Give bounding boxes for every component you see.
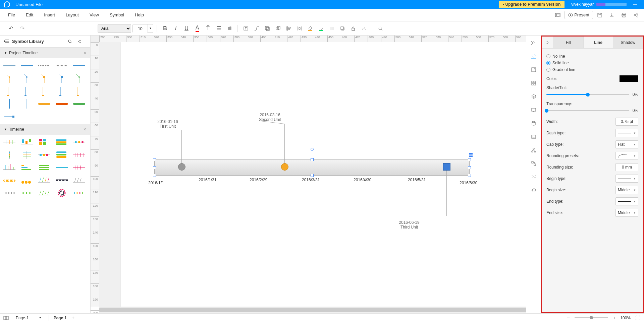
rotation-handle[interactable] [311, 148, 314, 151]
timeline-shape[interactable] [55, 61, 68, 70]
font-color-icon[interactable]: A [193, 24, 202, 33]
timeline-shape[interactable] [55, 163, 68, 172]
link-panel-icon[interactable] [529, 159, 538, 168]
timeline-shape[interactable] [72, 150, 86, 159]
radio-no-line[interactable]: No line [546, 54, 638, 59]
font-family-select[interactable]: Arial [98, 24, 131, 33]
text-case-icon[interactable]: T̂ [203, 24, 213, 33]
timeline-event-marker[interactable] [443, 163, 450, 171]
timeline-shape[interactable] [3, 61, 16, 70]
rounding-size-input[interactable]: 0 mm [615, 163, 638, 171]
timeline-shape[interactable] [20, 137, 34, 147]
timeline-shape[interactable] [72, 74, 86, 83]
timeline-shape[interactable] [55, 150, 68, 159]
menu-layout[interactable]: Layout [60, 12, 84, 17]
page-tab[interactable]: Page-1 [54, 316, 67, 320]
page-surface[interactable]: 2016-01-16 First Unit 2016-03-16 Second … [121, 42, 533, 307]
underline-icon[interactable]: U [182, 24, 191, 33]
timeline-shape[interactable] [38, 137, 51, 147]
timeline-shape[interactable] [38, 188, 51, 198]
layers-panel-icon[interactable] [529, 92, 538, 101]
section-project-timeline[interactable]: ▼ Project Timeline × [0, 48, 90, 58]
timeline-shape[interactable] [72, 86, 86, 96]
timeline-shape[interactable] [20, 99, 34, 109]
timeline-shape[interactable] [3, 99, 16, 109]
page-select[interactable]: Page-1 ▼ [13, 315, 44, 321]
grid-panel-icon[interactable] [529, 78, 538, 88]
end-size-select[interactable]: Middle▼ [615, 209, 638, 217]
menu-view[interactable]: View [84, 12, 104, 17]
timeline-shape[interactable] [20, 150, 34, 159]
fullscreen-icon[interactable] [635, 315, 641, 321]
timeline-shape[interactable] [38, 176, 51, 185]
print-icon[interactable] [619, 10, 629, 20]
timeline-shape[interactable] [3, 150, 16, 159]
timeline-shape[interactable] [55, 176, 68, 185]
menu-file[interactable]: File [3, 12, 20, 17]
dash-select[interactable]: ▼ [615, 129, 638, 137]
timeline-shape[interactable] [20, 74, 34, 83]
timeline-shape[interactable] [72, 176, 86, 185]
timeline-shape[interactable] [3, 86, 16, 96]
line-style-icon[interactable] [327, 24, 336, 33]
timeline-shape[interactable] [3, 112, 16, 121]
data-panel-icon[interactable] [529, 119, 538, 128]
timeline-shape[interactable] [3, 176, 16, 185]
begin-size-select[interactable]: Middle▼ [615, 186, 638, 194]
radio-solid-line[interactable]: Solid line [546, 61, 638, 65]
group-icon[interactable] [273, 24, 283, 33]
export-icon[interactable] [606, 10, 617, 20]
tree-panel-icon[interactable] [529, 145, 538, 155]
collapse-library-icon[interactable] [78, 39, 84, 44]
timeline-bar-shape[interactable] [154, 159, 470, 176]
timeline-shape[interactable] [20, 86, 34, 96]
upgrade-button[interactable]: • Upgrade to Premium Version [499, 1, 565, 8]
connector-icon[interactable] [252, 24, 261, 33]
timeline-shape[interactable] [72, 188, 86, 198]
line-color-swatch[interactable] [620, 75, 638, 82]
fit-page-icon[interactable] [552, 10, 563, 20]
menu-insert[interactable]: Insert [39, 12, 60, 17]
shade-value[interactable]: 0% [633, 92, 638, 97]
timeline-shape[interactable] [3, 188, 16, 198]
timeline-shape[interactable] [38, 86, 51, 96]
timeline-shape[interactable] [55, 74, 68, 83]
text-box-icon[interactable]: T [241, 24, 251, 33]
timeline-shape[interactable] [38, 163, 51, 172]
timeline-shape[interactable] [55, 99, 68, 109]
zoom-in-icon[interactable]: + [613, 315, 615, 321]
redo-icon[interactable]: ↷ [17, 24, 27, 33]
timeline-shape[interactable] [72, 61, 86, 70]
menu-edit[interactable]: Edit [20, 12, 39, 17]
search-library-icon[interactable] [67, 39, 73, 44]
zoom-out-icon[interactable]: − [567, 315, 570, 321]
present-button[interactable]: Present [565, 11, 593, 19]
timeline-shape[interactable] [3, 137, 16, 147]
zoom-slider[interactable] [575, 317, 608, 318]
timeline-shape[interactable] [20, 163, 34, 172]
add-page-icon[interactable]: + [71, 315, 74, 321]
username-label[interactable]: vivek.nayyar [571, 2, 594, 7]
timeline-shape[interactable] [72, 137, 86, 147]
italic-icon[interactable]: I [171, 24, 180, 33]
tab-fill[interactable]: Fill [554, 37, 584, 48]
timeline-shape[interactable] [3, 163, 16, 172]
font-size-input[interactable] [133, 24, 148, 33]
timeline-shape[interactable] [55, 188, 68, 198]
close-section-icon[interactable]: × [84, 50, 86, 56]
shadow-icon[interactable] [338, 24, 347, 33]
share-icon[interactable] [631, 10, 641, 20]
timeline-shape[interactable] [38, 150, 51, 159]
timeline-shape[interactable] [38, 99, 51, 109]
container-icon[interactable] [263, 24, 272, 33]
rounding-presets-select[interactable]: ▼ [615, 152, 638, 160]
undo-icon[interactable]: ↶ [6, 24, 15, 33]
zoom-level[interactable]: 100% [620, 316, 631, 320]
page-panel-icon[interactable] [529, 65, 538, 74]
shuffle-panel-icon[interactable] [529, 172, 538, 182]
align-icon[interactable] [284, 24, 293, 33]
image-panel-icon[interactable] [529, 132, 538, 141]
search-icon[interactable] [376, 24, 385, 33]
timeline-event-marker[interactable] [178, 163, 185, 171]
timeline-event-marker[interactable] [281, 163, 288, 171]
